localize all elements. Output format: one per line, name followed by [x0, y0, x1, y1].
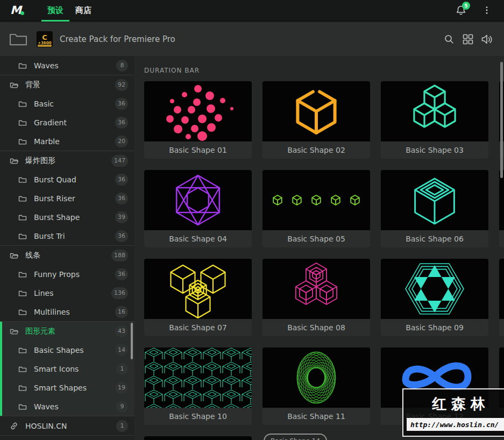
folder-icon: [18, 213, 27, 222]
preset-thumbnail: [144, 81, 252, 141]
sidebar-item[interactable]: 线条188: [0, 246, 134, 265]
sidebar-item[interactable]: 图形元素43: [0, 322, 134, 340]
item-count-badge: 36: [115, 193, 128, 204]
pack-thumbnail-icon[interactable]: C +3600: [37, 31, 53, 47]
sidebar-item[interactable]: Burst Tri36: [0, 226, 134, 245]
sidebar-item-label: Funny Props: [34, 270, 80, 279]
sidebar-item[interactable]: Gradient36: [0, 113, 134, 132]
preset-card[interactable]: Basic Shape 04: [144, 170, 252, 247]
preset-card-label: Basic Shape 01: [144, 141, 252, 159]
search-icon[interactable]: [443, 33, 456, 46]
preset-thumbnail: [144, 170, 252, 230]
preset-card-label: Basic Shape 02: [262, 141, 370, 159]
sidebar-item[interactable]: Funny Props36: [0, 265, 134, 283]
pack-bar: [38, 45, 52, 47]
item-count-badge: 36: [115, 174, 128, 186]
pack-letter: C: [42, 34, 47, 41]
header-actions: [443, 33, 493, 46]
cubes3nested-shape-graphic: [262, 259, 370, 319]
folder-open-icon: [10, 81, 19, 89]
item-count-badge: 188: [111, 250, 128, 261]
preset-card[interactable]: Basic Shape 09: [381, 259, 488, 336]
preset-card[interactable]: Basic Shape 01: [144, 81, 252, 159]
app-logo: M: [10, 0, 34, 20]
grid-view-icon[interactable]: [462, 33, 474, 46]
sidebar-item[interactable]: Burst Quad36: [0, 170, 134, 189]
tab-store-label: 商店: [75, 5, 91, 16]
sidebar-item[interactable]: 爆炸图形147: [0, 151, 134, 170]
folder-icon: [18, 175, 27, 184]
preset-card[interactable]: Basic Shape 03: [381, 81, 488, 159]
item-count-badge: 14: [115, 344, 128, 356]
preset-card-label: Basic Shape 08: [262, 319, 370, 336]
sound-icon[interactable]: [480, 33, 493, 46]
item-count-badge: 9: [116, 401, 128, 413]
sidebar-item[interactable]: Burst Riser36: [0, 189, 134, 208]
sidebar-item[interactable]: Smart Shapes19: [0, 378, 134, 397]
navbar-actions: 5: [455, 0, 504, 20]
sidebar-item-label: Burst Quad: [34, 175, 76, 184]
preset-card[interactable]: Basic Shape 02: [262, 81, 370, 159]
folder-icon: [18, 346, 27, 354]
sidebar-item[interactable]: Waves9: [0, 397, 134, 416]
notifications-button[interactable]: 5: [455, 4, 467, 17]
preset-pill-placeholder[interactable]: Basic Shape 14: [264, 434, 327, 440]
sidebar-item[interactable]: HOSLIN.CN1: [0, 416, 134, 435]
item-count-badge: 136: [111, 287, 128, 299]
watermark-title: 红森林: [403, 394, 504, 414]
logo-letter: M: [10, 4, 21, 17]
folder-icon: [18, 308, 27, 316]
folder-icon: [18, 365, 27, 373]
preset-card[interactable]: Basic Shape 11: [262, 347, 370, 425]
preset-card-clipped[interactable]: [499, 259, 504, 336]
folder-icon: [18, 61, 27, 70]
preset-thumbnail: [144, 347, 252, 408]
sidebar-item[interactable]: Basic Shapes14: [0, 340, 134, 359]
item-count-badge: 36: [115, 117, 128, 129]
notification-badge: 5: [462, 2, 470, 10]
section-title: DURATION BAR: [144, 67, 504, 74]
sidebar-scrollbar[interactable]: [131, 323, 133, 359]
sidebar-item[interactable]: 背景92: [0, 75, 134, 94]
preset-card[interactable]: Basic Shape 05: [262, 170, 370, 247]
tab-presets[interactable]: 预设: [41, 0, 69, 20]
preset-thumbnail: [381, 81, 488, 141]
sidebar-item[interactable]: Multilines16: [0, 302, 134, 321]
cubelayers-shape-graphic: [381, 170, 488, 230]
folder-icon[interactable]: [9, 31, 28, 47]
preset-card-clipped[interactable]: [499, 170, 504, 247]
folder-icon: [18, 384, 27, 392]
main-scrollbar[interactable]: [500, 62, 503, 178]
item-count-badge: 16: [115, 306, 128, 318]
tab-store[interactable]: 商店: [69, 0, 97, 20]
sidebar-item[interactable]: Lines136: [0, 283, 134, 302]
sidebar-item-label: 线条: [25, 251, 40, 260]
sidebar-item-label: Waves: [34, 402, 59, 411]
preset-card[interactable]: Basic Shape 10: [144, 347, 252, 425]
preset-thumbnail: [499, 259, 504, 319]
preset-card[interactable]: Basic Shape 07: [144, 259, 252, 336]
preset-thumbnail: [381, 259, 488, 319]
folder-icon: [18, 137, 27, 146]
sidebar-item[interactable]: Burst Shape39: [0, 208, 134, 226]
sidebar-item-label: HOSLIN.CN: [25, 422, 67, 430]
tab-presets-label: 预设: [47, 5, 63, 16]
sidebar-item[interactable]: Waves8: [0, 56, 134, 75]
preset-card-clipped[interactable]: [144, 436, 252, 440]
preset-thumbnail: [262, 347, 370, 408]
preset-card[interactable]: Basic Shape 06: [381, 170, 488, 247]
sidebar-item[interactable]: Smart Icons1: [0, 359, 134, 378]
hexgrid-shape-graphic: [144, 170, 252, 230]
sidebar-item-label: Basic: [34, 100, 54, 108]
sidebar-item[interactable]: Basic36: [0, 94, 134, 113]
pack-header: C +3600 Create Pack for Premiere Pro: [0, 23, 504, 56]
pack-title: Create Pack for Premiere Pro: [60, 34, 175, 44]
sidebar-item-label: Smart Icons: [34, 365, 79, 373]
folder-open-icon: [10, 327, 19, 336]
preset-thumbnail: [381, 170, 488, 230]
preset-card[interactable]: Basic Shape 08: [262, 259, 370, 336]
sidebar-item-label: Multilines: [34, 308, 70, 316]
sidebar-item[interactable]: Marble20: [0, 132, 134, 151]
menu-button[interactable]: [481, 4, 492, 17]
item-count-badge: 92: [115, 79, 128, 91]
